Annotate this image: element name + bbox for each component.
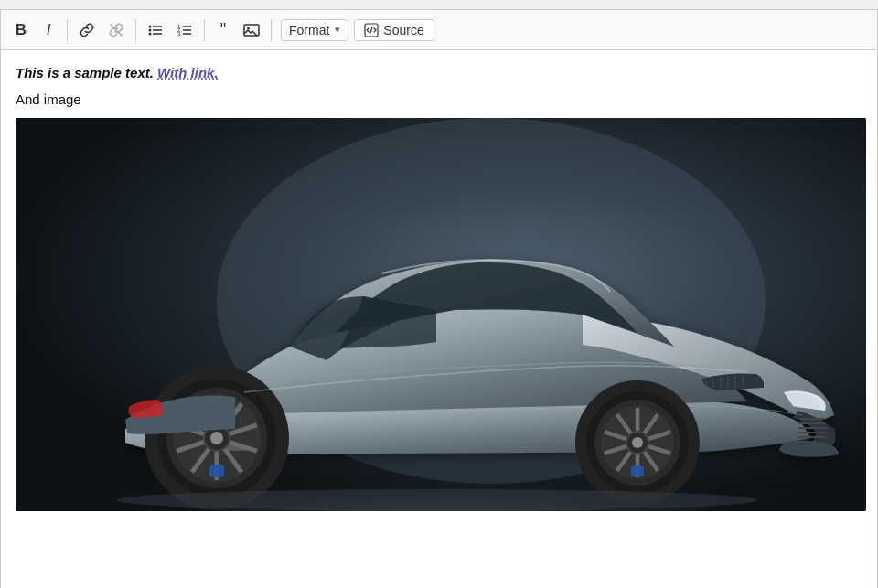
unlink-button[interactable] [102,17,130,43]
blockquote-button[interactable]: " [210,16,236,43]
svg-point-63 [632,437,643,448]
separator-3 [204,19,205,41]
svg-point-14 [247,27,250,29]
separator-4 [271,19,272,41]
svg-point-3 [149,28,152,31]
ordered-list-button[interactable]: 1. 2. 3. [171,17,198,43]
source-label: Source [383,23,423,37]
rich-text-editor: B I [0,9,878,588]
svg-point-5 [149,32,152,35]
image-button[interactable] [238,17,265,43]
svg-rect-20 [798,422,826,424]
svg-rect-22 [797,432,828,433]
link-icon [79,22,95,38]
unordered-list-button[interactable] [142,17,169,43]
bold-button[interactable]: B [8,17,34,43]
unlink-icon [108,22,124,38]
format-label: Format [289,23,329,37]
sample-text-paragraph: This is a sample text. With link. [16,65,862,80]
italic-button[interactable]: I [36,17,61,43]
separator-2 [135,19,136,41]
ordered-list-icon: 1. 2. 3. [177,22,193,38]
unordered-list-icon [147,22,164,38]
editor-toolbar: B I [1,10,877,50]
svg-rect-21 [798,427,827,429]
chevron-down-icon: ▾ [335,24,340,36]
car-svg [16,118,866,511]
svg-point-64 [116,489,756,511]
svg-rect-23 [797,436,828,438]
separator-1 [67,19,68,41]
blockquote-icon: " [220,20,226,39]
sample-link[interactable]: With link. [157,65,219,80]
source-icon [364,23,379,37]
svg-rect-13 [244,25,259,36]
svg-text:3.: 3. [177,31,182,37]
svg-point-46 [210,432,223,444]
sample-text-bold: This is a sample text. [16,65,154,80]
car-image [16,118,866,511]
source-button[interactable]: Source [354,19,434,41]
svg-point-1 [149,25,152,27]
image-icon [243,22,260,38]
and-image-paragraph: And image [16,91,862,107]
format-dropdown[interactable]: Format ▾ [281,19,348,41]
editor-content[interactable]: This is a sample text. With link. And im… [1,50,877,529]
link-button[interactable] [73,17,101,43]
svg-rect-19 [800,418,826,420]
